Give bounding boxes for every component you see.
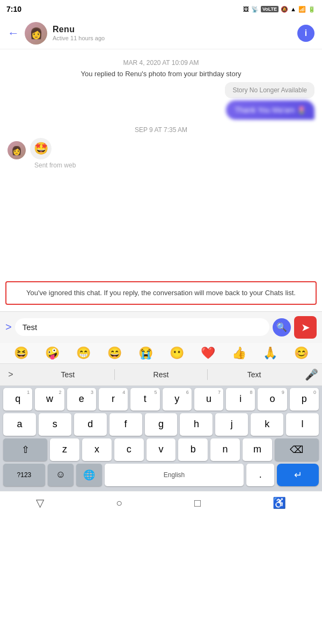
back-button[interactable]: ← — [8, 26, 19, 40]
incoming-emoji-bubble: 🤩 — [30, 138, 52, 159]
emoji-thumbs-up[interactable]: 👍 — [232, 346, 246, 360]
key-w[interactable]: w2 — [35, 388, 64, 411]
key-f[interactable]: f — [109, 413, 142, 436]
chat-area: MAR 4, 2020 AT 10:09 AM You replied to R… — [0, 49, 322, 275]
emoji-laughing[interactable]: 😆 — [14, 346, 28, 360]
emoji-wink[interactable]: 🤪 — [45, 346, 60, 360]
suggestions-expand[interactable]: > — [0, 370, 21, 379]
key-m[interactable]: m — [243, 438, 272, 461]
story-unavailable: Story No Longer Available — [225, 82, 314, 98]
suggestions-row: > Test Rest Text 🎤 — [0, 364, 322, 386]
incoming-avatar: 👩 — [8, 141, 26, 159]
enter-key[interactable]: ↵ — [277, 464, 319, 486]
mic-button[interactable]: 🎤 — [301, 368, 322, 381]
status-bar: 7:10 🖼 📡 VoLTE 🔕 ▲ 📶 🔋 — [0, 0, 322, 17]
keyboard-row-2: a s d f g h j k l — [3, 413, 319, 436]
date-label-1: MAR 4, 2020 AT 10:09 AM — [8, 59, 314, 67]
key-n[interactable]: n — [210, 438, 240, 461]
nav-home[interactable]: ○ — [116, 497, 122, 509]
emoji-blank[interactable]: 😶 — [170, 346, 184, 360]
photo-icon: 🖼 — [243, 6, 249, 12]
emoji-cry[interactable]: 😭 — [138, 346, 153, 360]
key-k[interactable]: k — [251, 413, 283, 436]
key-c[interactable]: c — [114, 438, 144, 461]
key-r[interactable]: r4 — [99, 388, 128, 411]
header: ← 👩 Renu Active 11 hours ago i — [0, 17, 322, 49]
key-u[interactable]: u7 — [194, 388, 223, 411]
shift-key[interactable]: ⇧ — [3, 438, 47, 461]
emoji-smile2[interactable]: 😊 — [294, 346, 309, 360]
key-l[interactable]: l — [286, 413, 319, 436]
wifi-icon: 📡 — [251, 6, 259, 13]
suggestion-3[interactable]: Text — [208, 369, 301, 380]
suggestion-2[interactable]: Rest — [115, 369, 208, 380]
nav-back[interactable]: ▽ — [36, 496, 44, 509]
key-x[interactable]: x — [82, 438, 112, 461]
key-g[interactable]: g — [145, 413, 178, 436]
outgoing-message-wrapper: Story No Longer Available Thank You Ma'a… — [8, 82, 314, 120]
key-q[interactable]: q1 — [3, 388, 32, 411]
input-row: > 🔍 ➤ — [0, 311, 322, 343]
contact-info: Renu Active 11 hours ago — [53, 25, 297, 41]
keyboard-row-3: ⇧ z x c v b n m ⌫ — [3, 438, 319, 461]
delete-key[interactable]: ⌫ — [275, 438, 319, 461]
volte-badge: VoLTE — [261, 6, 279, 12]
key-z[interactable]: z — [50, 438, 79, 461]
info-button[interactable]: i — [297, 25, 314, 42]
space-key[interactable]: English — [105, 464, 244, 486]
key-a[interactable]: a — [3, 413, 36, 436]
emoji-pray[interactable]: 🙏 — [263, 346, 277, 360]
key-b[interactable]: b — [178, 438, 208, 461]
emoji-row: 😆 🤪 😁 😄 😭 😶 ❤️ 👍 🙏 😊 — [0, 343, 322, 364]
emoji-heart[interactable]: ❤️ — [201, 346, 215, 360]
expand-button[interactable]: > — [5, 321, 12, 333]
battery-icon: 🔋 — [308, 6, 316, 13]
search-button[interactable]: 🔍 — [273, 318, 291, 336]
sent-from-web: Sent from web — [34, 162, 314, 169]
send-button[interactable]: ➤ — [294, 316, 317, 339]
ignored-notice-text: You've ignored this chat. If you reply, … — [26, 289, 296, 297]
avatar: 👩 — [25, 22, 47, 45]
key-j[interactable]: j — [215, 413, 248, 436]
status-icons: 🖼 📡 VoLTE 🔕 ▲ 📶 🔋 — [243, 6, 316, 13]
keyboard-row-4: ?123 ☺ 🌐 English . ↵ — [3, 464, 319, 486]
contact-status: Active 11 hours ago — [53, 35, 297, 41]
outgoing-bubble: Thank You Ma'am 🌷 — [226, 100, 314, 120]
key-v[interactable]: v — [147, 438, 176, 461]
suggestion-1[interactable]: Test — [21, 369, 114, 380]
date-label-2: SEP 9 AT 7:35 AM — [8, 126, 314, 134]
emoji-smile[interactable]: 😄 — [107, 346, 122, 360]
key-d[interactable]: d — [74, 413, 107, 436]
message-input[interactable] — [15, 318, 269, 336]
search-icon: 🔍 — [276, 322, 287, 332]
send-icon: ➤ — [301, 321, 310, 334]
key-p[interactable]: p0 — [290, 388, 319, 411]
key-o[interactable]: o9 — [258, 388, 287, 411]
globe-key[interactable]: 🌐 — [76, 464, 102, 486]
space-label: English — [164, 471, 185, 479]
symbols-key[interactable]: ?123 — [3, 464, 45, 486]
incoming-message-row: 👩 🤩 — [8, 138, 314, 159]
signal-icon: 📶 — [298, 6, 306, 13]
key-t[interactable]: t5 — [130, 388, 159, 411]
emoji-grin[interactable]: 😁 — [76, 346, 91, 360]
key-s[interactable]: s — [39, 413, 71, 436]
bottom-nav: ▽ ○ □ ♿ — [0, 491, 322, 515]
nav-accessibility[interactable]: ♿ — [273, 496, 286, 509]
emoji-key[interactable]: ☺ — [48, 464, 74, 486]
keyboard-row-1: q1 w2 e3 r4 t5 y6 u7 i8 o9 p0 — [3, 388, 319, 411]
key-i[interactable]: i8 — [226, 388, 255, 411]
bell-icon: 🔕 — [281, 6, 288, 13]
nav-recents[interactable]: □ — [194, 497, 201, 509]
wifi-signal-icon: ▲ — [290, 6, 296, 12]
status-time: 7:10 — [6, 5, 21, 13]
story-reply-info: You replied to Renu's photo from your bi… — [8, 70, 314, 78]
period-key[interactable]: . — [246, 464, 274, 486]
keyboard: q1 w2 e3 r4 t5 y6 u7 i8 o9 p0 a s d f g … — [0, 386, 322, 491]
key-e[interactable]: e3 — [67, 388, 96, 411]
contact-name: Renu — [53, 25, 297, 34]
ignored-notice: You've ignored this chat. If you reply, … — [5, 281, 317, 305]
key-y[interactable]: y6 — [163, 388, 192, 411]
key-h[interactable]: h — [180, 413, 213, 436]
